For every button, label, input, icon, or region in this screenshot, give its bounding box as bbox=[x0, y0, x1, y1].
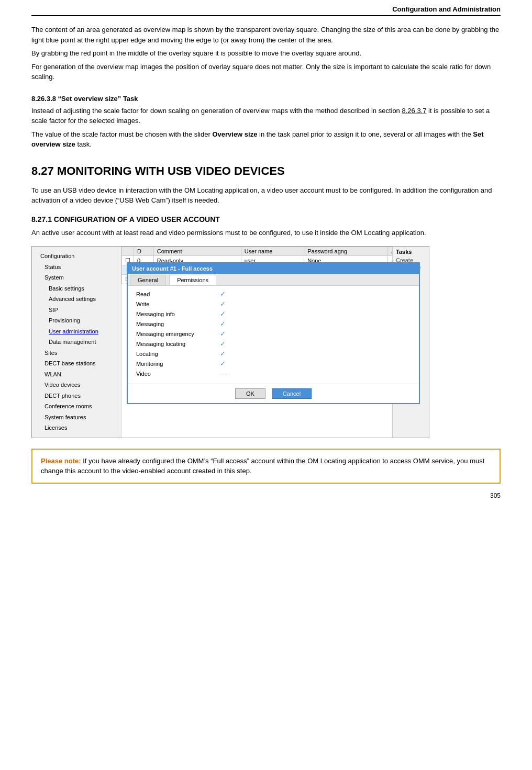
sidebar-item-system-features[interactable]: System features bbox=[32, 412, 121, 423]
perm-read: Read ✓ bbox=[136, 290, 411, 298]
perm-video: Video — bbox=[136, 370, 411, 377]
perm-monitoring: Monitoring ✓ bbox=[136, 360, 411, 367]
col-d: D bbox=[134, 247, 154, 256]
perm-messaging-label: Messaging bbox=[136, 321, 220, 327]
section-8-27-1-heading: 8.27.1 CONFIGURATION OF A VIDEO USER ACC… bbox=[31, 215, 501, 224]
cancel-button[interactable]: Cancel bbox=[272, 388, 312, 399]
section-8-27-intro: To use an USB video device in interactio… bbox=[31, 185, 501, 206]
para2-prefix: The value of the scale factor must be ch… bbox=[31, 130, 212, 138]
section-8-26-3-8-para2: The value of the scale factor must be ch… bbox=[31, 129, 501, 150]
modal-title: User account #1 - Full access bbox=[132, 265, 213, 272]
sidebar-item-conference-rooms[interactable]: Conference rooms bbox=[32, 401, 121, 412]
sidebar: Configuration Status System Basic settin… bbox=[32, 247, 121, 438]
note-text: If you have already configured the OMM’s… bbox=[41, 457, 484, 475]
main-content: D Comment User name Password agng Active… bbox=[121, 247, 429, 438]
section-8-26-3-8-para1: Instead of adjusting the scale factor fo… bbox=[31, 106, 501, 126]
sidebar-item-system[interactable]: System bbox=[32, 272, 121, 283]
sidebar-item-data-management[interactable]: Data management bbox=[32, 337, 121, 348]
section-8-26-3-8-heading: 8.26.3.8 “Set overview size” Task bbox=[31, 95, 501, 103]
sidebar-item-sites[interactable]: Sites bbox=[32, 348, 121, 359]
sidebar-item-configuration[interactable]: Configuration bbox=[32, 251, 121, 262]
header-title: Configuration and Administration bbox=[392, 5, 501, 13]
perm-messaging-info-check: ✓ bbox=[220, 310, 226, 318]
perm-messaging-locating: Messaging locating ✓ bbox=[136, 340, 411, 348]
ok-button[interactable]: OK bbox=[235, 388, 265, 399]
modal-tabs: General Permissions bbox=[128, 274, 419, 286]
sidebar-item-status[interactable]: Status bbox=[32, 262, 121, 273]
sidebar-item-provisioning[interactable]: Provisioning bbox=[32, 315, 121, 326]
tab-permissions[interactable]: Permissions bbox=[169, 275, 216, 285]
page-header: Configuration and Administration bbox=[31, 5, 501, 16]
note-box: Please note: If you have already configu… bbox=[31, 449, 501, 484]
perm-read-check: ✓ bbox=[220, 290, 226, 298]
sidebar-item-basic-settings[interactable]: Basic settings bbox=[32, 283, 121, 294]
col-comment: Comment bbox=[153, 247, 241, 256]
col-username: User name bbox=[241, 247, 304, 256]
perm-write-check: ✓ bbox=[220, 300, 226, 308]
sidebar-item-user-administration[interactable]: User administration bbox=[32, 326, 121, 337]
perm-write-label: Write bbox=[136, 301, 220, 307]
sidebar-item-advanced-settings[interactable]: Advanced settings bbox=[32, 294, 121, 305]
perm-messaging-locating-check: ✓ bbox=[220, 340, 226, 348]
perm-monitoring-label: Monitoring bbox=[136, 361, 220, 367]
page-number: 305 bbox=[31, 492, 501, 499]
tasks-header: Tasks bbox=[396, 249, 426, 255]
perm-read-label: Read bbox=[136, 291, 220, 297]
perm-monitoring-check: ✓ bbox=[220, 360, 226, 367]
sidebar-item-sip[interactable]: SIP bbox=[32, 305, 121, 316]
sidebar-item-dect-base-stations[interactable]: DECT base stations bbox=[32, 358, 121, 369]
perm-locating: Locating ✓ bbox=[136, 350, 411, 358]
perm-locating-label: Locating bbox=[136, 351, 220, 357]
col-pwd-agng: Password agng bbox=[304, 247, 388, 256]
modal-title-bar: User account #1 - Full access bbox=[128, 263, 419, 274]
sidebar-item-wlan[interactable]: WLAN bbox=[32, 369, 121, 380]
perm-write: Write ✓ bbox=[136, 300, 411, 308]
perm-video-check: — bbox=[220, 370, 227, 377]
perm-messaging-info: Messaging info ✓ bbox=[136, 310, 411, 318]
section-8-27-1-intro: An active user account with at least rea… bbox=[31, 228, 501, 238]
perm-messaging-check: ✓ bbox=[220, 320, 226, 328]
page-container: Configuration and Administration The con… bbox=[0, 0, 532, 510]
perm-messaging-emergency: Messaging emergency ✓ bbox=[136, 330, 411, 338]
tab-general[interactable]: General bbox=[130, 275, 166, 285]
sidebar-item-dect-phones[interactable]: DECT phones bbox=[32, 390, 121, 401]
modal-dialog: User account #1 - Full access General Pe… bbox=[127, 262, 420, 404]
para2-suffix: task. bbox=[75, 140, 92, 148]
modal-body: Read ✓ Write ✓ Messaging info ✓ Messagin… bbox=[128, 286, 419, 384]
screenshot-container: Configuration Status System Basic settin… bbox=[31, 246, 429, 438]
sidebar-item-licenses[interactable]: Licenses bbox=[32, 422, 121, 433]
section-8-27-heading: 8.27 MONITORING WITH USB VIDEO DEVICES bbox=[31, 164, 501, 178]
perm-messaging: Messaging ✓ bbox=[136, 320, 411, 328]
col-checkbox bbox=[122, 247, 134, 256]
intro-para1: The content of an area generated as over… bbox=[31, 25, 501, 45]
modal-footer: OK Cancel bbox=[128, 384, 419, 403]
para2-bold1: Overview size bbox=[212, 130, 257, 138]
perm-messaging-locating-label: Messaging locating bbox=[136, 341, 220, 347]
link-8-26-3-7[interactable]: 8.26.3.7 bbox=[402, 107, 426, 115]
sidebar-item-video-devices[interactable]: Video devices bbox=[32, 380, 121, 390]
perm-messaging-info-label: Messaging info bbox=[136, 311, 220, 317]
perm-video-label: Video bbox=[136, 371, 220, 377]
intro-para2: By grabbing the red point in the middle … bbox=[31, 48, 501, 59]
para1-prefix: Instead of adjusting the scale factor fo… bbox=[31, 107, 402, 115]
note-label: Please note: bbox=[41, 457, 81, 465]
perm-messaging-emergency-label: Messaging emergency bbox=[136, 331, 220, 337]
para2-middle: in the task panel prior to assign it to … bbox=[257, 130, 473, 138]
intro-para3: For generation of the overview map image… bbox=[31, 62, 501, 82]
perm-messaging-emergency-check: ✓ bbox=[220, 330, 226, 338]
perm-locating-check: ✓ bbox=[220, 350, 226, 358]
